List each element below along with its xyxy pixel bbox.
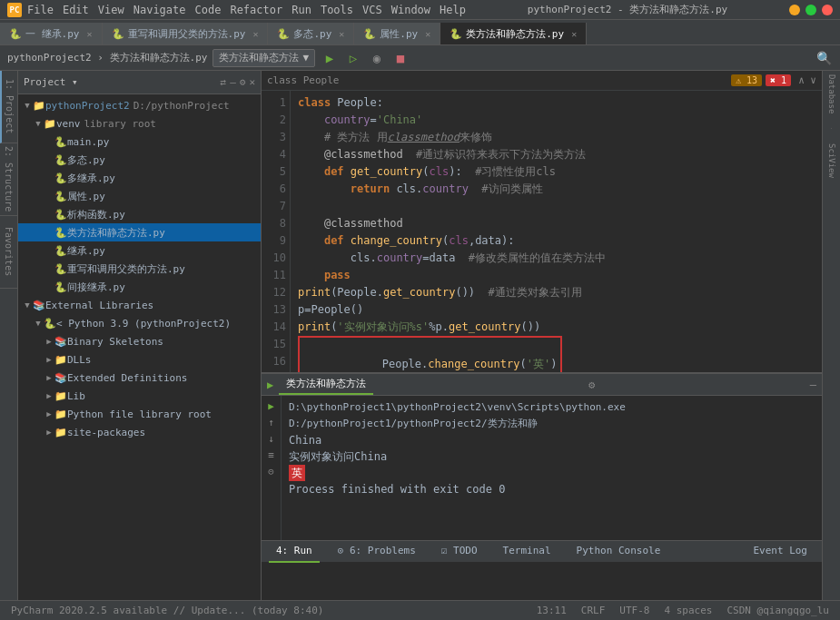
statusbar-crlf[interactable]: CRLF [578, 605, 609, 616]
tree-site-packages[interactable]: ▶ 📁 site-packages [18, 423, 261, 441]
panel-tab-favorites[interactable]: Favorites [0, 216, 17, 289]
bottom-tab-problems[interactable]: ⊙ 6: Problems [331, 541, 423, 563]
close-icon[interactable]: ✕ [425, 29, 430, 39]
tree-arrow-icon: ▶ [44, 355, 54, 364]
code-container: 12345 678910 1112131415 1617 class Peopl… [262, 91, 822, 372]
tree-root[interactable]: ▼ 📁 pythonProject2 D:/pythonProject [18, 96, 261, 114]
run-clear-button[interactable]: ⊝ [265, 465, 278, 477]
panel-tab-project[interactable]: 1: Project [0, 71, 17, 143]
tab-classmethod-label: 类方法和静态方法.py [466, 27, 564, 41]
folder-icon: 📁 [44, 118, 56, 130]
minimize-button[interactable] [789, 5, 800, 15]
bottom-tab-todo[interactable]: ☑ TODO [434, 541, 485, 563]
tree-arrow-icon: ▼ [22, 300, 33, 310]
run-with-coverage-button[interactable]: ◉ [368, 49, 386, 67]
run-icon: ▶ [267, 379, 273, 391]
tree-ext-defs-label: Extended Definitions [67, 372, 187, 384]
tab-classmethod[interactable]: 🐍 类方法和静态方法.py ✕ [440, 23, 587, 44]
menu-run[interactable]: Run [292, 4, 311, 16]
statusbar-position[interactable]: 13:11 [533, 605, 570, 616]
tree-indirect-inherit[interactable]: 🐍 间接继承.py [18, 278, 261, 296]
tree-venv[interactable]: ▼ 📁 venv library root [18, 114, 261, 133]
statusbar-indent[interactable]: 4 spaces [660, 605, 716, 616]
tree-ext-defs[interactable]: ▶ 📚 Extended Definitions [18, 369, 261, 387]
tree-inherit-file[interactable]: 🐍 继承.py [18, 241, 261, 260]
panel-sync-icon[interactable]: ⇄ [221, 76, 227, 88]
code-editor[interactable]: class People: country='China' # 类方法 用cla… [291, 91, 822, 372]
bottom-tab-run[interactable]: 4: Run [269, 541, 320, 563]
right-panel-sciview[interactable]: SciView [827, 143, 836, 178]
menu-refactor[interactable]: Refactor [230, 4, 282, 16]
close-icon[interactable]: ✕ [87, 29, 93, 39]
panel-settings-icon[interactable]: ⚙ [240, 76, 246, 88]
close-icon[interactable]: ✕ [339, 29, 344, 39]
tree-binary-skeletons[interactable]: ▶ 📚 Binary Skeletons [18, 332, 261, 350]
debug-button[interactable]: ▷ [344, 49, 362, 67]
tree-polymorphism[interactable]: 🐍 多态.py [18, 151, 261, 169]
event-log-tab[interactable]: Event Log [746, 545, 815, 558]
panel-close-icon[interactable]: ✕ [249, 76, 255, 88]
tab-property[interactable]: 🐍 属性.py ✕ [354, 23, 440, 44]
search-icon[interactable]: 🔍 [815, 49, 833, 67]
tab-polymorphism[interactable]: 🐍 多态.py ✕ [268, 23, 354, 44]
tab-inheritance[interactable]: 🐍 一 继承.py ✕ [0, 23, 103, 44]
menu-edit[interactable]: Edit [63, 4, 89, 16]
run-settings-icon[interactable]: ⚙ [588, 379, 595, 391]
run-close-icon[interactable]: — [810, 379, 816, 391]
right-panel-database[interactable]: Database [827, 74, 836, 113]
warning-badge[interactable]: ⚠ 13 [731, 74, 762, 86]
tree-dlls-label: DLLs [67, 354, 92, 366]
statusbar-encoding[interactable]: UTF-8 [616, 605, 653, 616]
run-scroll-up-button[interactable]: ↑ [265, 416, 278, 428]
folder-icon: 📁 [54, 427, 67, 438]
panel-tab-structure[interactable]: 2: Structure [0, 143, 17, 216]
run-config-dropdown[interactable]: 类方法和静态方法 ▼ [212, 49, 315, 67]
menu-navigate[interactable]: Navigate [133, 4, 186, 16]
nav-arrows[interactable]: ∧ ∨ [798, 74, 816, 86]
run-wrap-button[interactable]: ≡ [265, 448, 278, 461]
statusbar-update-msg[interactable]: PyCharm 2020.2.5 available // Update... … [7, 605, 327, 616]
stop-button[interactable]: ■ [391, 49, 410, 67]
tree-property[interactable]: 🐍 属性.py [18, 187, 261, 205]
close-icon[interactable]: ✕ [252, 29, 258, 39]
bottom-tab-terminal[interactable]: Terminal [496, 541, 558, 563]
panel-title: Project ▾ [24, 76, 217, 88]
run-play-button[interactable]: ▶ [265, 399, 278, 412]
panel-tab-favorites-label: Favorites [4, 227, 14, 276]
tree-venv-label: venv [56, 118, 81, 130]
menu-file[interactable]: File [27, 4, 54, 16]
window-controls[interactable] [789, 5, 833, 15]
run-scroll-down-button[interactable]: ↓ [265, 432, 278, 445]
panel-collapse-icon[interactable]: — [230, 76, 236, 88]
tree-override-file[interactable]: 🐍 重写和调用父类的方法.py [18, 260, 261, 278]
menu-bar[interactable]: File Edit View Navigate Code Refactor Ru… [27, 4, 466, 16]
menu-code[interactable]: Code [195, 4, 222, 16]
run-tab[interactable]: 类方法和静态方法 [279, 374, 373, 395]
python-file-icon: 🐍 [54, 172, 67, 184]
menu-vcs[interactable]: VCS [362, 4, 382, 16]
run-panel: ▶ 类方法和静态方法 ⚙ — ▶ ↑ ↓ ≡ ⊝ D:\pythonProjec… [262, 372, 822, 540]
tree-dlls[interactable]: ▶ 📁 DLLs [18, 350, 261, 369]
tree-py-lib-root[interactable]: ▶ 📁 Python file library root [18, 405, 261, 423]
menu-window[interactable]: Window [391, 4, 430, 16]
menu-view[interactable]: View [98, 4, 124, 16]
tree-main[interactable]: 🐍 main.py [18, 133, 261, 151]
close-icon[interactable]: ✕ [571, 29, 577, 39]
output-instance: 实例对象访问China [289, 448, 815, 465]
bottom-tab-python-console[interactable]: Python Console [569, 541, 668, 563]
code-line-12: print(People.get_country()) #通过类对象去引用 [298, 284, 815, 301]
run-button[interactable]: ▶ [321, 49, 339, 67]
tab-override[interactable]: 🐍 重写和调用父类的方法.py ✕ [103, 23, 269, 44]
menu-help[interactable]: Help [440, 4, 466, 16]
tree-python39[interactable]: ▼ 🐍 < Python 3.9 (pythonProject2) [18, 314, 261, 332]
menu-tools[interactable]: Tools [321, 4, 353, 16]
python-file-icon: 🐍 [54, 154, 67, 166]
tree-ext-libs[interactable]: ▼ 📚 External Libraries [18, 296, 261, 314]
maximize-button[interactable] [805, 5, 816, 15]
tree-lib[interactable]: ▶ 📁 Lib [18, 387, 261, 405]
tree-classmethod-file[interactable]: 🐍 类方法和静态方法.py [18, 223, 261, 241]
close-button[interactable] [822, 5, 833, 15]
tree-multi-inherit[interactable]: 🐍 多继承.py [18, 169, 261, 187]
tree-destructor[interactable]: 🐍 析构函数.py [18, 205, 261, 223]
bottom-tab-event-log[interactable]: Event Log [746, 545, 815, 558]
